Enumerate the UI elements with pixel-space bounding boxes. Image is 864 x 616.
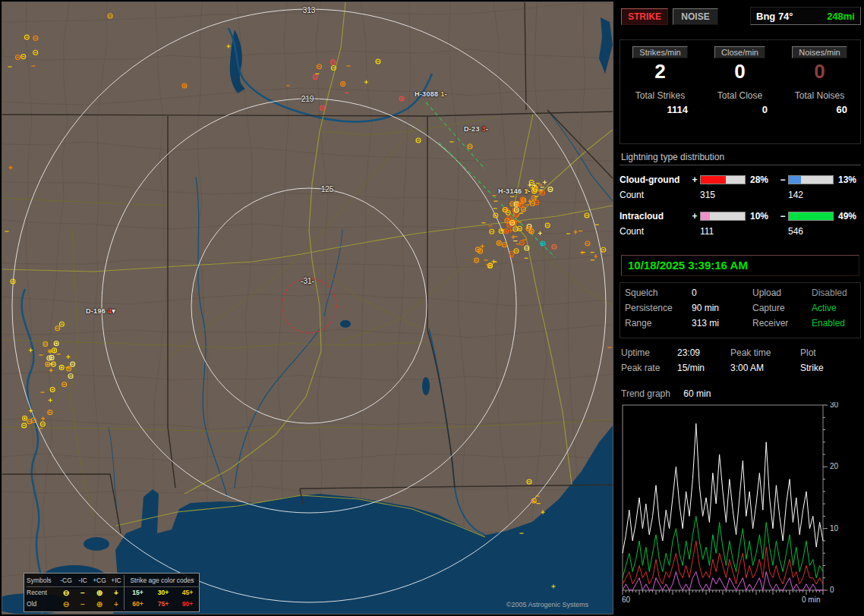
legend-symbol--cg: ⊖ xyxy=(57,599,75,610)
legend-symbol--ic: − xyxy=(75,599,90,610)
storm-cell-label: D-23 3- xyxy=(464,125,488,133)
status-value-squelch: 0 xyxy=(692,288,752,303)
status-label-squelch: Squelch xyxy=(625,288,692,303)
total-label: Total Close xyxy=(700,90,780,101)
counter-value: 0 xyxy=(700,58,780,84)
storm-cell-label-part: H-3146 xyxy=(498,187,524,195)
distribution-bar xyxy=(788,175,834,184)
minus-sign: − xyxy=(777,211,788,222)
minus-count: 546 xyxy=(788,226,835,237)
counter-column: Strikes/min xyxy=(620,46,700,58)
peak-rate-value: 15/min xyxy=(677,363,730,378)
legend-age-code: 60+ xyxy=(124,599,151,610)
status-value-range: 313 mi xyxy=(692,318,752,333)
minus-percent: 13% xyxy=(835,174,864,185)
minus-count: 142 xyxy=(788,190,835,200)
legend-age-code: 45+ xyxy=(175,587,200,599)
plot-value: Strike xyxy=(800,363,861,378)
counter-value: 2 xyxy=(620,58,700,84)
count-label: Count xyxy=(620,190,689,200)
total-value: 1114 xyxy=(620,104,700,115)
plus-percent: 10% xyxy=(747,211,777,222)
status-label-receiver: Receiver xyxy=(752,318,812,333)
storm-cell-label-part: H-3088 xyxy=(415,90,440,98)
distribution-row: Intracloud+10%−49% xyxy=(620,209,861,224)
uptime-value: 23:09 xyxy=(677,347,730,363)
status-label-range: Range xyxy=(625,318,692,333)
legend-symbols-header: Symbols xyxy=(27,575,57,587)
legend-col-header: +IC xyxy=(109,575,124,587)
legend-row-label: Recent xyxy=(27,587,57,599)
status-value-receiver: Enabled xyxy=(812,318,862,333)
counter-button-strikes-min[interactable]: Strikes/min xyxy=(632,46,687,58)
storm-cell-label-part: - xyxy=(486,125,488,133)
storm-cell-label-part: - xyxy=(528,187,530,195)
peak-time-value: 3:00 AM xyxy=(730,363,800,378)
datetime-display: 10/18/2025 3:39:16 AM xyxy=(621,255,859,276)
svg-text:60: 60 xyxy=(622,596,631,604)
legend-symbol--cg: ⊖ xyxy=(57,587,75,599)
counters-section: Strikes/minClose/minNoises/min 200 Total… xyxy=(620,39,861,144)
lightning-map[interactable]: 313219125-31-H-3088 1-D-23 3-H-3146 1-D-… xyxy=(2,2,613,614)
counter-column: Noises/min xyxy=(780,46,859,58)
counter-button-noises-min[interactable]: Noises/min xyxy=(792,46,847,58)
plus-sign: + xyxy=(689,211,700,222)
legend-col-header: +CG xyxy=(90,575,109,587)
distribution-title: Lightning type distribution xyxy=(620,149,861,165)
counter-value: 0 xyxy=(780,58,859,84)
plus-percent: 28% xyxy=(747,174,777,185)
distribution-bar-fill xyxy=(701,212,710,220)
plus-count: 111 xyxy=(700,226,747,237)
strike-mode-button[interactable]: STRIKE xyxy=(621,8,668,25)
svg-text:10: 10 xyxy=(830,524,839,533)
control-panel: STRIKE NOISE Bng 74° 248mi Strikes/minCl… xyxy=(616,0,864,616)
total-label: Total Strikes xyxy=(620,90,700,101)
minus-sign: − xyxy=(777,174,788,185)
plus-count: 315 xyxy=(700,190,747,200)
peak-rate-label: Peak rate xyxy=(621,363,677,378)
legend-age-code: 30+ xyxy=(151,587,175,599)
distribution-bar xyxy=(788,212,834,221)
total-label: Total Noises xyxy=(780,90,859,101)
legend-symbol-+ic: + xyxy=(109,587,124,599)
legend-symbol-+cg: ⊕ xyxy=(90,599,109,610)
storm-cell-label: H-3146 1- xyxy=(498,187,531,195)
storm-cell-label-part: D-23 xyxy=(464,125,482,133)
range-ring-label: 219 xyxy=(301,95,314,103)
svg-text:30: 30 xyxy=(830,402,839,409)
legend-symbol-+cg: ⊕ xyxy=(90,587,109,599)
uptime-label: Uptime xyxy=(621,347,677,363)
svg-text:0: 0 xyxy=(830,586,834,594)
plot-label: Plot xyxy=(800,347,861,363)
range-ring-label: 313 xyxy=(303,6,316,14)
legend-age-code: 90+ xyxy=(175,599,200,610)
legend-symbol-+ic: + xyxy=(109,599,124,610)
status-section: Squelch0UploadDisabledPersistence90 minC… xyxy=(620,282,861,338)
copyright-text: ©2005 Astrogenic Systems xyxy=(458,601,588,608)
plus-sign: + xyxy=(689,174,700,185)
legend-age-code: 15+ xyxy=(124,587,151,599)
distribution-bar-fill xyxy=(789,176,801,184)
counter-button-close-min[interactable]: Close/min xyxy=(714,46,765,58)
status-label-upload: Upload xyxy=(752,288,812,303)
counter-column: Close/min xyxy=(700,46,780,58)
map-legend: Symbols-CG-IC+CG+ICStrike age color code… xyxy=(24,573,200,612)
status-label-persistence: Persistence xyxy=(625,303,692,318)
status-value-upload: Disabled xyxy=(812,288,862,303)
total-value: 60 xyxy=(780,104,859,115)
trend-graph-label: Trend graph xyxy=(621,388,670,399)
storm-cell-label: D-196 4▾ xyxy=(86,307,115,315)
storm-cell-label: H-3088 1- xyxy=(415,90,447,98)
distribution-bar xyxy=(700,175,746,184)
distribution-type-label: Intracloud xyxy=(620,211,689,222)
minus-percent: 49% xyxy=(835,211,864,222)
distribution-count-row: Count111546 xyxy=(620,224,861,239)
distribution-section: Lightning type distribution Cloud-ground… xyxy=(620,149,861,252)
app-window: 313219125-31-H-3088 1-D-23 3-H-3146 1-D-… xyxy=(0,0,864,616)
status-label-capture: Capture xyxy=(752,303,812,318)
range-ring-label: -31- xyxy=(301,277,314,285)
noise-mode-button[interactable]: NOISE xyxy=(673,8,718,25)
bearing-value: Bng 74° xyxy=(756,11,793,22)
total-value: 0 xyxy=(700,104,780,115)
distribution-count-row: Count315142 xyxy=(620,187,861,203)
